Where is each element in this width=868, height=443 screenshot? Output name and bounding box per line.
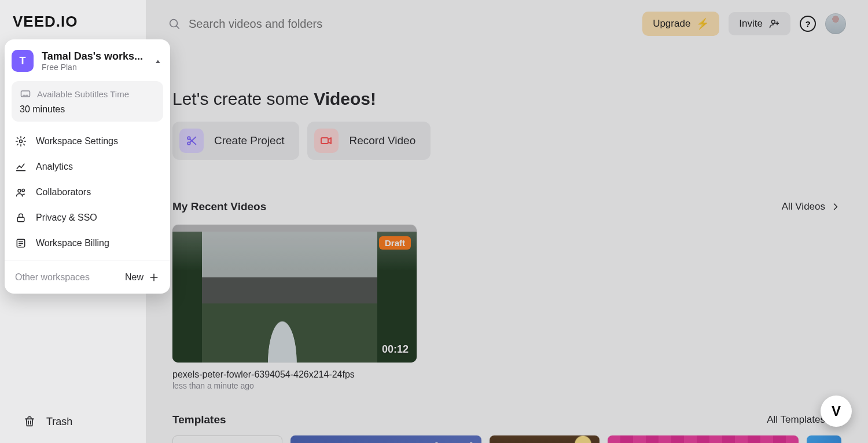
menu-privacy-sso[interactable]: Privacy & SSO [5, 205, 170, 230]
svg-point-4 [18, 189, 21, 192]
subtitles-value: 30 minutes [20, 104, 155, 115]
menu-analytics[interactable]: Analytics [5, 154, 170, 180]
main-content: Upgrade ⚡ Invite ? Let's create some Vid… [146, 0, 868, 443]
video-card[interactable]: Draft 00:12 pexels-peter-fowler-6394054-… [172, 225, 417, 390]
template-media-creative[interactable]: MEDIA CREATIVE [ LOGO ] [290, 435, 481, 443]
hero-title-prefix: Let's create some [172, 89, 314, 108]
search-field[interactable] [168, 17, 633, 31]
templates-section-header: Templates All Templates [146, 390, 868, 426]
subtitles-caption: Available Subtitles Time [37, 89, 129, 99]
workspace-name: Tamal Das's works... [42, 50, 148, 63]
workspace-plan: Free Plan [42, 63, 148, 72]
hero-title: Let's create some Videos! [172, 89, 841, 109]
topbar: Upgrade ⚡ Invite ? [146, 0, 868, 36]
chevron-up-icon: ▴ [156, 57, 160, 65]
menu-label: Privacy & SSO [36, 213, 97, 223]
chevron-right-icon [830, 201, 841, 213]
recent-section-header: My Recent Videos All Videos [146, 160, 868, 213]
menu-label: Workspace Billing [36, 238, 109, 248]
svg-rect-0 [21, 91, 30, 97]
workspace-switcher[interactable]: T Tamal Das's works... Free Plan ▴ [5, 47, 170, 78]
user-avatar[interactable] [825, 13, 846, 34]
collaborators-icon [15, 186, 27, 198]
help-button[interactable]: ? [800, 16, 816, 32]
workspace-avatar: T [12, 50, 34, 72]
create-project-button[interactable]: Create Project [172, 122, 299, 160]
floating-action-button[interactable]: V [821, 396, 852, 427]
trash-label: Trash [46, 416, 72, 428]
svg-rect-24 [321, 138, 328, 144]
menu-collaborators[interactable]: Collaborators [5, 180, 170, 205]
record-video-button[interactable]: Record Video [307, 122, 431, 160]
trash-icon [23, 415, 36, 428]
billing-icon [15, 237, 27, 249]
plus-icon [148, 272, 160, 283]
menu-label: Collaborators [36, 187, 91, 197]
upgrade-label: Upgrade [653, 18, 690, 30]
template-dark[interactable] [490, 435, 599, 443]
search-input[interactable] [189, 17, 420, 31]
subtitles-time-card[interactable]: Available Subtitles Time 30 minutes [12, 81, 163, 122]
brand-logo: VEED.IO [0, 0, 146, 40]
invite-icon [768, 18, 780, 30]
template-pink-stripes[interactable] [608, 435, 799, 443]
other-workspaces-label: Other workspaces [15, 272, 90, 283]
video-timestamp: less than a minute ago [172, 381, 417, 390]
scissors-icon [179, 129, 204, 153]
all-videos-link[interactable]: All Videos [782, 201, 841, 213]
new-workspace-button[interactable]: New [125, 272, 160, 283]
menu-workspace-billing[interactable]: Workspace Billing [5, 230, 170, 256]
templates-title: Templates [172, 413, 226, 426]
camera-icon [314, 129, 339, 153]
svg-point-3 [20, 140, 23, 143]
invite-button[interactable]: Invite [729, 12, 790, 35]
search-icon [168, 17, 181, 30]
menu-label: Analytics [36, 162, 73, 172]
video-duration: 00:12 [382, 343, 409, 356]
templates-row: MEDIA CREATIVE [ LOGO ] [146, 426, 868, 443]
fab-label: V [832, 403, 841, 419]
menu-workspace-settings[interactable]: Workspace Settings [5, 129, 170, 154]
svg-line-16 [176, 26, 179, 29]
svg-point-5 [22, 189, 24, 192]
upgrade-button[interactable]: Upgrade ⚡ [642, 12, 719, 36]
analytics-icon [15, 161, 27, 173]
sidebar-item-trash[interactable]: Trash [0, 405, 146, 443]
workspace-title-box: Tamal Das's works... Free Plan [42, 50, 148, 72]
invite-label: Invite [739, 18, 763, 30]
create-label: Create Project [214, 134, 284, 147]
menu-label: Workspace Settings [36, 136, 118, 147]
divider [5, 261, 170, 261]
all-videos-label: All Videos [782, 201, 825, 213]
draft-badge: Draft [379, 236, 411, 250]
hero: Let's create some Videos! Create Project… [146, 36, 868, 160]
new-label: New [125, 272, 144, 283]
subtitles-icon [20, 88, 31, 100]
template-blue[interactable] [807, 435, 841, 443]
recent-videos-list: Draft 00:12 pexels-peter-fowler-6394054-… [146, 213, 868, 390]
all-templates-label: All Templates [767, 414, 825, 426]
svg-rect-6 [17, 217, 24, 222]
workspace-dropdown: T Tamal Das's works... Free Plan ▴ Avail… [5, 39, 170, 294]
bolt-icon: ⚡ [696, 17, 709, 30]
thumbnail-image [172, 232, 417, 363]
help-icon: ? [805, 19, 810, 29]
hero-title-bold: Videos! [314, 89, 376, 108]
template-blank[interactable] [172, 435, 282, 443]
record-label: Record Video [349, 134, 415, 147]
video-title: pexels-peter-fowler-6394054-426x214-24fp… [172, 369, 417, 380]
lock-icon [15, 212, 27, 224]
svg-point-17 [771, 20, 775, 24]
video-thumbnail[interactable]: Draft 00:12 [172, 225, 417, 363]
recent-title: My Recent Videos [172, 200, 266, 213]
sidebar: VEED.IO T Tamal Das's works... Free Plan… [0, 0, 146, 443]
gear-icon [15, 136, 27, 147]
